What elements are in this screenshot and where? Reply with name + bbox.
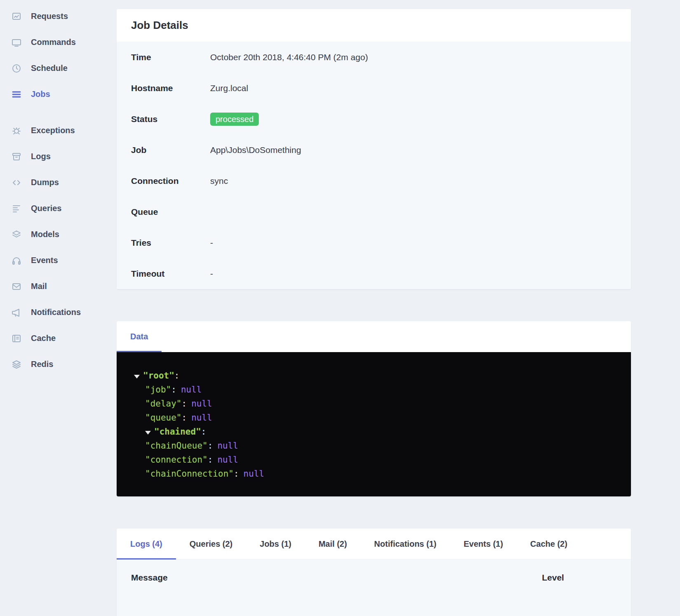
detail-label: Queue: [131, 207, 210, 217]
sidebar-item-requests[interactable]: Requests: [0, 3, 117, 29]
sidebar-item-redis[interactable]: Redis: [0, 351, 117, 377]
sidebar-item-label: Logs: [31, 152, 51, 161]
commands-icon: [12, 38, 21, 47]
json-key: "chained": [154, 427, 201, 437]
json-key: "chainQueue": [145, 441, 208, 451]
sidebar-item-label: Dumps: [31, 178, 59, 187]
json-value: null: [244, 469, 265, 479]
json-line: "chained":: [134, 425, 619, 439]
sidebar-item-label: Notifications: [31, 308, 81, 317]
json-key: "queue": [145, 413, 182, 423]
detail-value: Zurg.local: [210, 83, 248, 93]
queries-icon: [12, 204, 21, 214]
sidebar-item-notifications[interactable]: Notifications: [0, 299, 117, 325]
sidebar-item-label: Mail: [31, 282, 47, 291]
sidebar-item-logs[interactable]: Logs: [0, 143, 117, 169]
json-line: "chainQueue":null: [134, 439, 619, 453]
sidebar-item-events[interactable]: Events: [0, 247, 117, 273]
detail-value: -: [210, 238, 213, 248]
tab-data[interactable]: Data: [117, 321, 162, 352]
data-card: Data "root": "job":null "delay":null "qu…: [117, 321, 631, 496]
sidebar-item-label: Cache: [31, 334, 56, 343]
detail-value: App\Jobs\DoSomething: [210, 145, 301, 155]
json-key: "chainConnection": [145, 469, 234, 479]
detail-value: October 20th 2018, 4:46:40 PM (2m ago): [210, 52, 368, 62]
sidebar-item-label: Exceptions: [31, 126, 75, 135]
status-badge: processed: [210, 113, 259, 126]
collapse-caret-icon[interactable]: [134, 369, 143, 383]
detail-row-status: Status processed: [117, 103, 631, 134]
sidebar-item-cache[interactable]: Cache: [0, 325, 117, 351]
sidebar-item-mail[interactable]: Mail: [0, 273, 117, 299]
json-key: "delay": [145, 399, 182, 409]
detail-label: Connection: [131, 176, 210, 186]
json-line: "queue":null: [134, 411, 619, 425]
tab-notifications[interactable]: Notifications (1): [361, 529, 450, 560]
detail-value: -: [210, 269, 213, 279]
json-punct: :: [182, 399, 187, 409]
data-tabs: Data: [117, 321, 631, 352]
detail-row-job: Job App\Jobs\DoSomething: [117, 134, 631, 165]
exceptions-icon: [12, 126, 21, 136]
sidebar-item-schedule[interactable]: Schedule: [0, 55, 117, 81]
json-line: "chainConnection":null: [134, 467, 619, 481]
tab-queries[interactable]: Queries (2): [176, 529, 246, 560]
detail-row-timeout: Timeout -: [117, 258, 631, 289]
detail-row-tries: Tries -: [117, 227, 631, 258]
job-details-table: Time October 20th 2018, 4:46:40 PM (2m a…: [117, 42, 631, 289]
tab-mail[interactable]: Mail (2): [305, 529, 361, 560]
detail-row-hostname: Hostname Zurg.local: [117, 73, 631, 103]
sidebar-item-exceptions[interactable]: Exceptions: [0, 118, 117, 143]
json-value: null: [181, 385, 202, 395]
activity-card: Logs (4) Queries (2) Jobs (1) Mail (2) N…: [117, 529, 631, 616]
column-header-message: Message: [131, 573, 542, 583]
sidebar-item-jobs[interactable]: Jobs: [0, 81, 117, 107]
detail-value: processed: [210, 113, 259, 126]
models-icon: [12, 230, 21, 240]
job-details-card: Job Details Time October 20th 2018, 4:46…: [117, 9, 631, 289]
events-icon: [12, 256, 21, 266]
page-title: Job Details: [131, 19, 617, 32]
json-value: null: [217, 455, 238, 465]
json-key: "job": [145, 385, 171, 395]
tab-logs[interactable]: Logs (4): [117, 529, 176, 560]
detail-label: Timeout: [131, 269, 210, 279]
json-punct: :: [182, 413, 187, 423]
tab-jobs[interactable]: Jobs (1): [246, 529, 305, 560]
detail-row-queue: Queue: [117, 196, 631, 227]
tab-cache[interactable]: Cache (2): [517, 529, 581, 560]
json-key: "connection": [145, 455, 208, 465]
detail-row-connection: Connection sync: [117, 165, 631, 196]
sidebar-item-label: Redis: [31, 360, 53, 369]
json-value: null: [191, 413, 212, 423]
sidebar-item-dumps[interactable]: Dumps: [0, 169, 117, 195]
tab-events[interactable]: Events (1): [450, 529, 517, 560]
redis-icon: [12, 360, 21, 369]
json-key: "root": [143, 371, 174, 381]
sidebar: Requests Commands Schedule Jobs Exceptio…: [0, 0, 117, 377]
json-line: "job":null: [134, 383, 619, 397]
json-punct: :: [171, 385, 176, 395]
collapse-caret-icon[interactable]: [145, 425, 154, 439]
jobs-icon: [12, 89, 21, 99]
json-value: null: [217, 441, 238, 451]
detail-label: Status: [131, 114, 210, 124]
sidebar-item-commands[interactable]: Commands: [0, 29, 117, 55]
json-value: null: [191, 399, 212, 409]
json-punct: :: [201, 427, 206, 437]
detail-row-time: Time October 20th 2018, 4:46:40 PM (2m a…: [117, 42, 631, 73]
detail-label: Tries: [131, 238, 210, 248]
sidebar-item-models[interactable]: Models: [0, 221, 117, 247]
json-punct: :: [174, 371, 180, 381]
dumps-icon: [12, 178, 21, 188]
logs-icon: [12, 152, 21, 162]
json-line: "connection":null: [134, 453, 619, 467]
sidebar-item-queries[interactable]: Queries: [0, 195, 117, 221]
detail-label: Job: [131, 145, 210, 155]
sidebar-item-label: Events: [31, 256, 58, 265]
detail-label: Hostname: [131, 83, 210, 93]
json-punct: :: [208, 455, 213, 465]
sidebar-item-label: Schedule: [31, 63, 68, 73]
job-payload-json: "root": "job":null "delay":null "queue":…: [117, 352, 631, 496]
json-line: "root":: [134, 369, 619, 383]
